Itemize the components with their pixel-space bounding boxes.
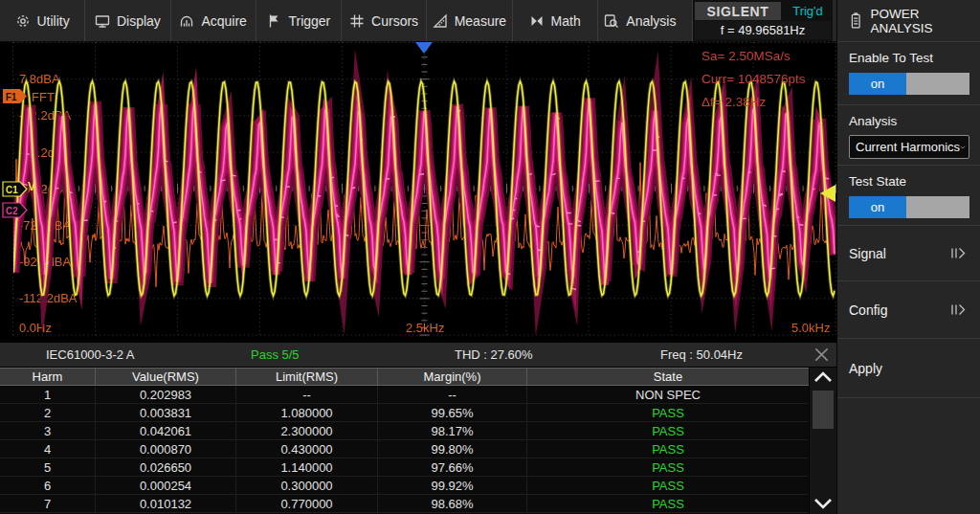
- table-row: 70.0101320.77000098.68%PASS: [0, 495, 809, 513]
- delta-f-label: Δf= 2.38Hz: [702, 91, 805, 114]
- menu-item-measure[interactable]: Measure: [426, 0, 511, 41]
- table-cell-margin: 98.68%: [378, 495, 527, 512]
- column-header-margin: Margin(%): [378, 369, 527, 385]
- table-cell-value: 0.000254: [96, 477, 236, 494]
- table-cell-value: 0.010132: [96, 495, 236, 512]
- table-cell-margin: 98.17%: [378, 422, 527, 439]
- analysis-icon: [604, 13, 619, 29]
- menu-item-label: Measure: [455, 13, 506, 29]
- table-cell-limit: 0.770000: [236, 495, 378, 512]
- test-state-toggle[interactable]: on: [849, 196, 969, 218]
- table-cell-state: PASS: [527, 495, 809, 512]
- frequency-readout: f = 49.96581Hz: [695, 21, 831, 39]
- chevron-up-icon: [813, 370, 834, 383]
- column-header-value: Value(RMS): [96, 369, 236, 385]
- table-scrollbar[interactable]: [809, 368, 836, 514]
- apply-button[interactable]: Apply: [837, 339, 980, 398]
- menu-item-label: Display: [117, 13, 161, 29]
- scroll-up-button[interactable]: [810, 370, 836, 383]
- column-header-state: State: [527, 369, 809, 385]
- table-rows: 10.202983----NON SPEC20.0038311.08000099…: [0, 386, 809, 513]
- svg-text:F1: F1: [6, 92, 17, 102]
- table-cell-limit: 0.430000: [236, 440, 378, 458]
- table-cell-limit: --: [236, 386, 378, 403]
- toggle-on-state: on: [849, 196, 906, 218]
- standard-name: IEC61000-3-2 A: [46, 347, 135, 362]
- table-header-row: Harm Value(RMS) Limit(RMS) Margin(%) Sta…: [0, 368, 809, 386]
- table-row: 30.0420612.30000098.17%PASS: [0, 422, 809, 440]
- table-cell-state: PASS: [527, 477, 809, 494]
- table-row: 40.0008700.43000099.80%PASS: [0, 440, 809, 458]
- menu-item-label: Trigger: [288, 13, 330, 29]
- analysis-section: Analysis Current Harmonics: [837, 105, 980, 166]
- table-cell-state: PASS: [527, 458, 809, 476]
- signal-label: Signal: [849, 246, 886, 261]
- c2-channel-marker[interactable]: C2: [2, 202, 29, 218]
- menu-item-trigger[interactable]: Trigger: [256, 0, 341, 41]
- cursors-icon: [349, 13, 365, 29]
- trigger-level-indicator-icon[interactable]: [820, 185, 835, 202]
- table-cell-harm: 3: [0, 422, 96, 439]
- measure-icon: [433, 13, 448, 29]
- table-cell-margin: 99.65%: [378, 404, 527, 421]
- table-title-bar: IEC61000-3-2 A Pass 5/5 THD : 27.60% Fre…: [0, 343, 836, 368]
- power-analysis-panel: POWER ANALYSIS Enable To Test on Analysi…: [836, 0, 980, 514]
- enable-to-test-toggle[interactable]: on: [849, 73, 969, 95]
- analysis-dropdown[interactable]: Current Harmonics: [849, 135, 969, 159]
- menu-item-display[interactable]: Display: [84, 0, 169, 41]
- trigger-flag-icon: [266, 13, 281, 29]
- menu-item-analysis[interactable]: Analysis: [597, 0, 682, 41]
- config-menu-item[interactable]: Config: [837, 281, 980, 339]
- table-cell-value: 0.042061: [96, 422, 236, 439]
- status-cluster: SIGLENT Trig'd f = 49.96581Hz: [692, 0, 833, 41]
- table-cell-harm: 7: [0, 495, 96, 512]
- scroll-down-button[interactable]: [810, 498, 836, 510]
- column-header-harm: Harm: [0, 369, 96, 385]
- table-cell-state: NON SPEC: [527, 386, 809, 403]
- table-cell-value: 0.202983: [96, 386, 236, 403]
- thd-readout: THD : 27.60%: [455, 347, 533, 362]
- table-cell-limit: 0.300000: [236, 477, 378, 494]
- column-header-limit: Limit(RMS): [236, 369, 378, 385]
- scrollbar-thumb[interactable]: [813, 391, 834, 429]
- menu-item-math[interactable]: Math: [512, 0, 597, 41]
- acquisition-info: Sa= 2.50MSa/s Curr= 1048576pts Δf= 2.38H…: [702, 45, 805, 114]
- table-cell-limit: 1.080000: [236, 404, 378, 421]
- close-button[interactable]: [808, 344, 835, 366]
- menu-item-acquire[interactable]: Acquire: [170, 0, 256, 41]
- brand-logo: SIGLENT: [695, 2, 781, 20]
- math-icon: [529, 13, 545, 29]
- trigger-position-indicator-icon[interactable]: [415, 42, 433, 54]
- table-cell-harm: 4: [0, 440, 96, 458]
- menu-item-label: Utility: [37, 13, 70, 29]
- menu-item-label: Analysis: [626, 13, 676, 29]
- table-cell-margin: --: [378, 386, 527, 403]
- menu-item-utility[interactable]: Utility: [0, 0, 84, 41]
- sample-rate-label: Sa= 2.50MSa/s: [702, 45, 805, 68]
- c1-unit-label: V: [28, 180, 35, 193]
- c1-channel-marker[interactable]: C1: [2, 181, 29, 197]
- f1-channel-marker[interactable]: F1: [2, 88, 29, 104]
- table-cell-margin: 99.80%: [378, 440, 527, 458]
- oscilloscope-screen: Utility Display Acquire Trigger Cursors …: [0, 0, 980, 514]
- menu-item-cursors[interactable]: Cursors: [341, 0, 426, 41]
- table-cell-harm: 6: [0, 477, 96, 494]
- chevron-down-icon: [960, 144, 966, 151]
- menu-item-label: Cursors: [371, 13, 418, 29]
- table-cell-margin: 99.92%: [378, 477, 527, 494]
- table-row: 60.0002540.30000099.92%PASS: [0, 477, 809, 495]
- harmonics-table: IEC61000-3-2 A Pass 5/5 THD : 27.60% Fre…: [0, 343, 836, 514]
- svg-text:C2: C2: [6, 206, 18, 216]
- table-cell-value: 0.000870: [96, 440, 236, 458]
- enable-to-test-section: Enable To Test on: [837, 42, 980, 105]
- chevron-down-icon: [813, 498, 834, 510]
- gear-icon: [15, 13, 31, 29]
- panel-header: POWER ANALYSIS: [837, 0, 980, 42]
- signal-menu-item[interactable]: Signal: [837, 226, 980, 281]
- fft-label: FFT: [32, 90, 55, 104]
- table-cell-harm: 2: [0, 404, 96, 421]
- table-cell-margin: 97.66%: [378, 458, 527, 476]
- test-state-section: Test State on: [837, 166, 980, 226]
- trigger-status: Trig'd: [783, 0, 833, 21]
- display-icon: [95, 13, 110, 29]
